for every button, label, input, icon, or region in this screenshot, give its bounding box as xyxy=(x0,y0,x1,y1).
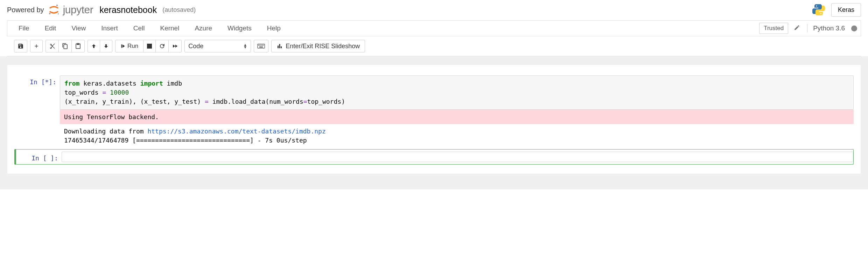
clipboard-group xyxy=(46,40,85,52)
paste-icon xyxy=(75,43,81,49)
download-link[interactable]: https://s3.amazonaws.com/text-datasets/i… xyxy=(147,128,326,135)
separator xyxy=(807,24,807,32)
arrow-up-icon xyxy=(91,43,97,49)
code-cell-1[interactable]: In [*]: from keras.datasets import imdb … xyxy=(14,75,854,145)
kernel-status-icon xyxy=(851,26,857,31)
select-arrows-icon: ▲▼ xyxy=(243,44,247,49)
command-palette-button[interactable] xyxy=(254,40,268,52)
notebook: In [*]: from keras.datasets import imdb … xyxy=(7,65,861,174)
svg-rect-8 xyxy=(261,45,261,45)
svg-rect-11 xyxy=(259,46,263,47)
move-group xyxy=(88,40,112,52)
svg-point-1 xyxy=(49,13,51,15)
rise-label: Enter/Exit RISE Slideshow xyxy=(286,43,360,50)
notebook-name[interactable]: kerasnotebook xyxy=(99,5,157,15)
menus: File Edit View Insert Cell Kernel Azure … xyxy=(7,20,288,36)
powered-by-label: Powered by xyxy=(7,6,44,14)
interrupt-button[interactable] xyxy=(143,40,156,52)
jupyter-orbit-icon xyxy=(48,3,60,16)
save-button[interactable] xyxy=(14,40,27,52)
menu-file[interactable]: File xyxy=(11,20,37,36)
copy-icon xyxy=(62,43,68,49)
copy-button[interactable] xyxy=(58,40,72,52)
header: Powered by jupyter kerasnotebook (autosa… xyxy=(0,0,868,20)
stderr-output: Using TensorFlow backend. xyxy=(60,110,854,124)
svg-rect-7 xyxy=(260,45,260,45)
celltype-select[interactable]: Code ▲▼ xyxy=(184,40,251,52)
run-icon xyxy=(120,44,125,49)
barchart-icon xyxy=(276,43,283,49)
svg-point-2 xyxy=(58,13,59,14)
rise-slideshow-button[interactable]: Enter/Exit RISE Slideshow xyxy=(271,40,365,52)
menu-kernel[interactable]: Kernel xyxy=(152,20,187,36)
move-up-button[interactable] xyxy=(88,40,100,52)
svg-rect-9 xyxy=(262,45,263,45)
cell-body: from keras.datasets import imdb top_word… xyxy=(60,75,854,145)
code-input[interactable] xyxy=(62,152,853,162)
svg-rect-10 xyxy=(264,45,264,45)
menu-azure[interactable]: Azure xyxy=(187,20,220,36)
menu-edit[interactable]: Edit xyxy=(37,20,64,36)
cell-prompt: In [*]: xyxy=(14,75,60,145)
code-input[interactable]: from keras.datasets import imdb top_word… xyxy=(60,75,854,110)
header-right: Keras xyxy=(812,3,861,17)
svg-point-4 xyxy=(820,13,821,14)
run-group: Run xyxy=(115,40,182,52)
toolbar: Run Code ▲▼ Enter/Ex xyxy=(14,36,854,52)
cut-button[interactable] xyxy=(46,40,59,52)
menubar-right: Trusted Python 3.6 xyxy=(759,23,861,34)
stop-icon xyxy=(147,44,152,49)
celltype-value: Code xyxy=(188,43,203,50)
kernel-name[interactable]: Python 3.6 xyxy=(813,24,845,32)
pencil-icon[interactable] xyxy=(792,24,802,32)
svg-point-0 xyxy=(56,5,58,6)
restart-icon xyxy=(159,43,165,49)
autosave-status: (autosaved) xyxy=(162,6,196,14)
add-cell-button[interactable] xyxy=(30,40,43,52)
menu-view[interactable]: View xyxy=(64,20,93,36)
cut-icon xyxy=(49,43,55,49)
svg-rect-5 xyxy=(258,44,265,48)
run-label: Run xyxy=(127,43,138,50)
save-icon xyxy=(18,43,24,49)
menu-insert[interactable]: Insert xyxy=(93,20,126,36)
stdout-output: Downloading data from https://s3.amazona… xyxy=(60,124,854,145)
cell-prompt: In [ ]: xyxy=(16,152,62,162)
menubar: File Edit View Insert Cell Kernel Azure … xyxy=(7,20,861,36)
keyboard-icon xyxy=(257,44,265,49)
arrow-down-icon xyxy=(103,43,109,49)
menu-help[interactable]: Help xyxy=(259,20,288,36)
svg-rect-6 xyxy=(258,45,259,45)
run-button[interactable]: Run xyxy=(115,40,144,52)
menu-cell[interactable]: Cell xyxy=(126,20,153,36)
svg-point-3 xyxy=(816,5,817,6)
jupyter-word: jupyter xyxy=(63,4,93,16)
python-logo-icon xyxy=(812,3,826,17)
menu-widgets[interactable]: Widgets xyxy=(220,20,259,36)
keras-button[interactable]: Keras xyxy=(831,3,861,17)
restart-run-all-button[interactable] xyxy=(168,40,182,52)
jupyter-logo[interactable]: jupyter xyxy=(48,3,93,16)
restart-button[interactable] xyxy=(155,40,169,52)
paste-button[interactable] xyxy=(71,40,85,52)
fast-forward-icon xyxy=(172,43,178,49)
code-cell-2-selected[interactable]: In [ ]: xyxy=(14,149,854,165)
plus-icon xyxy=(34,43,39,49)
notebook-area: In [*]: from keras.datasets import imdb … xyxy=(0,56,868,189)
cell-body xyxy=(62,152,853,162)
move-down-button[interactable] xyxy=(100,40,112,52)
trusted-button[interactable]: Trusted xyxy=(759,23,788,34)
